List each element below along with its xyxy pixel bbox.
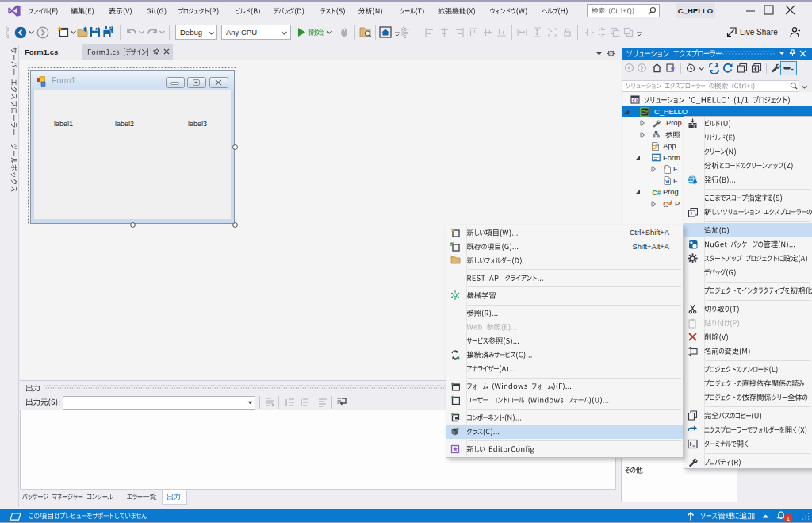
svg-text:C#: C# (642, 110, 649, 115)
svg-text:C#: C# (652, 188, 661, 196)
svg-text:1: 1 (787, 515, 791, 522)
